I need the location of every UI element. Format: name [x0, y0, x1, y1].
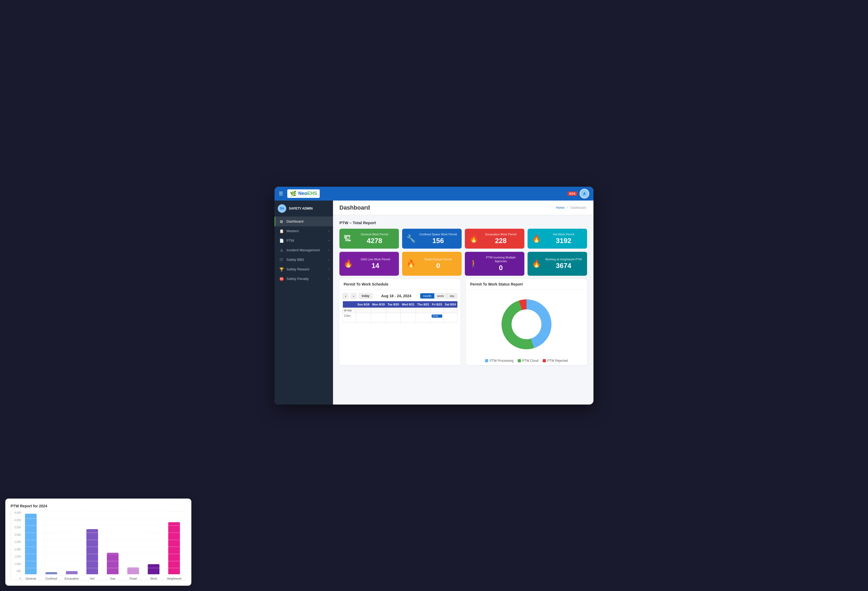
bar-column[interactable]	[86, 529, 98, 574]
cal-sun-header: Sun 8/18	[356, 301, 371, 308]
calendar-day-btn[interactable]: day	[447, 293, 458, 299]
schedule-panel-header: Permit To Work Schedule	[340, 279, 461, 290]
sidebar-label-dashboard: Dashboard	[286, 220, 304, 223]
safety-bbs-icon: 🛡	[279, 258, 284, 262]
y-label: 1,500	[11, 555, 21, 558]
calendar-next-btn[interactable]: ›	[351, 293, 356, 299]
ptw-card-multiple-agencies[interactable]: 🚶 PTW involving Multiple Agencies 0	[465, 252, 524, 276]
gas-line-permit-info: GAS Line Work Permit 14	[356, 257, 395, 270]
general-permit-value: 4278	[354, 237, 395, 245]
legend-rejected: PTW Rejected	[543, 359, 568, 363]
bar-column[interactable]	[107, 553, 118, 574]
lower-section: Permit To Work Schedule ‹ › today Aug 18…	[340, 279, 587, 365]
notification-badge[interactable]: SOS	[568, 192, 577, 196]
sidebar-item-safety-bbs[interactable]: 🛡 Safety BBS ›	[275, 255, 333, 265]
user-avatar: SA	[278, 204, 286, 213]
sidebar-item-masters[interactable]: 📋 Masters ›	[275, 226, 333, 236]
bar-group: Heightwork	[165, 522, 183, 580]
hot-work-permit-info: Hot Work Permit 3192	[544, 233, 583, 245]
y-label: 2,000	[11, 548, 21, 551]
ptw-cards-row2: 🔥 GAS Line Work Permit 14 🔥 Road Closure…	[340, 252, 587, 276]
ptw-card-heightwork[interactable]: 🔥 Working at Heightwork PTW 3674	[527, 252, 587, 276]
bar-label: Road	[130, 577, 137, 580]
calendar-prev-btn[interactable]: ‹	[342, 293, 348, 299]
menu-icon[interactable]: ☰	[279, 191, 283, 196]
content-area: Dashboard Home / Dashboard PTW – Total R…	[333, 200, 593, 405]
hot-work-permit-value: 3192	[544, 237, 583, 245]
y-label: 0	[11, 577, 21, 580]
y-label: 3,000	[11, 534, 21, 536]
legend-dot-cloud	[518, 359, 521, 362]
bar-group: Work	[145, 564, 163, 580]
multiple-agencies-permit-value: 0	[481, 264, 520, 272]
cell-tue-12am	[386, 313, 400, 323]
ptw-card-gas-line[interactable]: 🔥 GAS Line Work Permit 14	[340, 252, 399, 276]
logo-area: 🌿 NeoEHS	[287, 189, 320, 198]
bar-column[interactable]	[168, 522, 180, 574]
general-permit-icon: 🏗	[344, 234, 351, 243]
allday-sun	[356, 308, 371, 313]
bar-column[interactable]	[127, 567, 139, 574]
allday-sat	[444, 308, 458, 313]
masters-icon: 📋	[279, 229, 284, 233]
bar-group: General	[22, 514, 40, 580]
cal-mon-header: Mon 8/19	[371, 301, 386, 308]
road-closure-permit-info: Road Closure Permit 0	[419, 257, 458, 270]
multiple-agencies-permit-label: PTW involving Multiple Agencies	[481, 255, 520, 263]
ptw-card-road-closure[interactable]: 🔥 Road Closure Permit 0	[402, 252, 462, 276]
calendar-today-btn[interactable]: today	[359, 293, 372, 299]
ptw-card-general[interactable]: 🏗 General Work Permit 4278	[340, 229, 399, 249]
dashboard-icon: ⊞	[279, 220, 284, 224]
bar-column[interactable]	[46, 572, 57, 574]
cal-fri-header: Fri 8/23	[431, 301, 444, 308]
sidebar-item-safety-reward[interactable]: 🏆 Safety Reward ›	[275, 265, 333, 274]
legend-processing: PTW Processing	[485, 359, 513, 363]
sidebar: SA SAFETY ADMIN ⊞ Dashboard 📋 Masters › …	[275, 200, 333, 405]
heightwork-permit-value: 3674	[544, 262, 583, 270]
bar-label: Hot	[90, 577, 94, 580]
legend-dot-rejected	[543, 359, 546, 362]
sidebar-item-ptw[interactable]: 📄 PTW ›	[275, 236, 333, 245]
bar-chart-title: PTW Report for 2024	[10, 504, 186, 508]
cell-wed-12am	[400, 313, 416, 323]
sidebar-item-safety-penalty[interactable]: ⛔ Safety Penalty ›	[275, 274, 333, 284]
y-label: 4,500	[11, 511, 21, 514]
breadcrumb-home[interactable]: Home	[556, 206, 564, 209]
bar-column[interactable]	[148, 564, 159, 574]
y-label: 2,500	[11, 541, 21, 544]
sidebar-label-safety-bbs: Safety BBS	[286, 258, 304, 262]
calendar-event[interactable]: PTW	[432, 314, 442, 318]
sidebar-item-incident[interactable]: ⚠ Incident Management ›	[275, 245, 333, 255]
bar-column[interactable]	[66, 571, 78, 574]
nav-right: SOS A	[568, 189, 589, 198]
heightwork-permit-icon: 🔥	[532, 259, 541, 268]
dashboard-content: PTW – Total Report 🏗 General Work Permit…	[333, 215, 593, 370]
y-label: 4,000	[11, 519, 21, 522]
ptw-report-title: PTW – Total Report	[340, 221, 587, 225]
sidebar-label-ptw: PTW	[286, 239, 294, 243]
calendar-month-btn[interactable]: month	[420, 293, 434, 299]
calendar-week-btn[interactable]: week	[434, 293, 447, 299]
logo-icon: 🌿	[290, 190, 297, 197]
breadcrumb-separator: /	[567, 206, 568, 209]
sidebar-item-dashboard[interactable]: ⊞ Dashboard	[275, 217, 333, 226]
allday-fri	[431, 308, 444, 313]
status-report-panel: Permit To Work Status Report	[466, 279, 587, 365]
safety-penalty-icon: ⛔	[279, 277, 284, 281]
calendar-table: Sun 8/18 Mon 8/19 Tue 8/20 Wed 8/21 Thu …	[342, 301, 458, 323]
incident-arrow: ›	[329, 249, 329, 252]
cell-mon-12am	[371, 313, 386, 323]
ptw-card-excavation[interactable]: 🔥 Excavation Work Permit 228	[465, 229, 524, 249]
cal-wed-header: Wed 8/21	[400, 301, 416, 308]
calendar-toolbar: ‹ › today Aug 18 - 24, 2024 month week d…	[342, 293, 458, 299]
legend-label-cloud: PTW Cloud	[522, 359, 539, 363]
masters-arrow: ›	[329, 230, 329, 233]
ptw-card-confined[interactable]: 🔧 Confined Space Work Permit 156	[402, 229, 462, 249]
cell-sat-12am	[444, 313, 458, 323]
ptw-arrow: ›	[329, 239, 329, 242]
gas-line-permit-label: GAS Line Work Permit	[356, 257, 395, 261]
ptw-card-hot-work[interactable]: 🔥 Hot Work Permit 3192	[527, 229, 587, 249]
legend-cloud: PTW Cloud	[518, 359, 539, 363]
user-name: SAFETY ADMIN	[289, 207, 313, 210]
bar-column[interactable]	[25, 514, 37, 574]
